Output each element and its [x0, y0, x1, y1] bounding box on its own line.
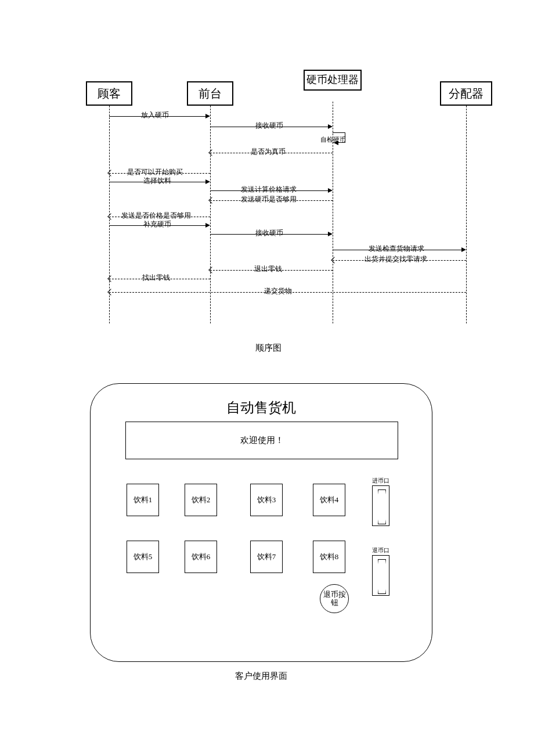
arrow-icon: [328, 232, 333, 236]
arrow-icon: [461, 247, 466, 252]
drink-button-3[interactable]: 饮料3: [250, 484, 283, 516]
msg-insert-coin-label: 放入硬币: [141, 110, 169, 120]
msg-recv-coin-1-label: 接收硬币: [255, 121, 283, 131]
msg-ship-change-label: 出货并提交找零请求: [365, 254, 427, 264]
drink-button-6[interactable]: 饮料6: [185, 541, 217, 573]
msg-eject-change-label: 退出零钱: [254, 264, 282, 274]
arrow-icon: [328, 124, 333, 129]
msg-deliver-goods-label: 递交货物: [264, 286, 292, 296]
msg-self-check-label: 自检硬币: [320, 135, 346, 144]
coin-out-label: 退币口: [372, 546, 389, 555]
msg-select-drink-label: 选择饮料: [143, 176, 171, 186]
refund-button-label: 退币按钮: [320, 591, 348, 607]
drink-button-4[interactable]: 饮料4: [313, 484, 345, 516]
msg-check-goods-label: 发送检查货物请求: [369, 244, 424, 254]
arrow-icon: [205, 223, 210, 228]
msg-recv-coin-2-label: 接收硬币: [255, 228, 283, 238]
vending-display: 欢迎使用！: [125, 422, 398, 459]
msg-enough-coin-label: 发送硬币是否够用: [241, 195, 297, 204]
lifeline-dispenser: [466, 106, 467, 323]
msg-replenish-label: 补充硬币: [143, 219, 171, 229]
lifeline-front: [210, 106, 211, 323]
refund-button[interactable]: 退币按钮: [320, 584, 349, 613]
vending-panel: 自动售货机 欢迎使用！ 饮料1 饮料2 饮料3 饮料4 饮料5 饮料6 饮料7 …: [90, 383, 432, 662]
coin-in-slot[interactable]: [372, 485, 389, 526]
arrow-icon: [205, 179, 210, 184]
actor-coin-handler: 硬币处理器: [304, 70, 362, 91]
drink-button-7[interactable]: 饮料7: [250, 541, 283, 573]
vending-caption: 客户使用界面: [235, 671, 287, 682]
drink-button-5[interactable]: 饮料5: [127, 541, 159, 573]
arrow-icon: [328, 188, 333, 193]
actor-customer: 顾客: [86, 81, 132, 106]
arrow-icon: [205, 114, 210, 118]
actor-front: 前台: [187, 81, 233, 106]
vending-title: 自动售货机: [226, 398, 296, 417]
coin-in-label: 进币口: [372, 477, 389, 485]
msg-give-change-label: 找出零钱: [142, 273, 170, 283]
actor-dispenser: 分配器: [440, 81, 492, 106]
drink-button-1[interactable]: 饮料1: [127, 484, 159, 516]
coin-out-slot: [372, 555, 389, 596]
drink-button-2[interactable]: 饮料2: [185, 484, 217, 516]
msg-send-calc-label: 发送计算价格请求: [241, 185, 297, 195]
msg-is-real-label: 是否为真币: [251, 147, 286, 157]
sequence-caption: 顺序图: [255, 343, 282, 354]
drink-button-8[interactable]: 饮料8: [313, 541, 345, 573]
